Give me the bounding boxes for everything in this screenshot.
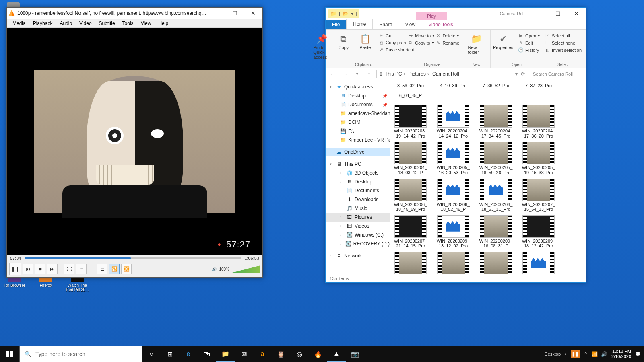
file-item[interactable]: WIN_20200206_18_52_46_P: [436, 179, 471, 212]
mute-button[interactable]: 🔊: [212, 267, 217, 272]
tab-file[interactable]: File: [326, 20, 346, 29]
nav-desktop[interactable]: ›🖥Desktop: [326, 177, 390, 186]
close-button[interactable]: ✕: [244, 8, 262, 19]
recent-locations-button[interactable]: ▾: [352, 69, 362, 79]
system-tray[interactable]: Desktop » ❚❚ ⌃ 📶 🔊 10:12 PM2/10/2020 💬: [545, 346, 644, 362]
new-folder-button[interactable]: 📁New folder: [466, 31, 487, 56]
menu-subtitle[interactable]: Subtitle: [96, 20, 118, 27]
file-item[interactable]: WIN_20200207_21_14_15_Pro: [393, 215, 428, 249]
edge-icon[interactable]: e: [179, 346, 198, 362]
tray-overflow-icon[interactable]: ⌃: [584, 351, 588, 357]
file-item[interactable]: WIN_20200205_18_59_26_Pro: [479, 142, 513, 175]
extended-settings-button[interactable]: ≡: [76, 264, 87, 274]
tab-view[interactable]: View: [398, 20, 422, 29]
invert-selection-button[interactable]: ◧Invert selection: [542, 47, 584, 53]
crumb-this-pc[interactable]: This PC: [383, 71, 407, 77]
explorer-titlebar[interactable]: 📁 | 📂 ▾ | Play Camera Roll — ☐ ✕: [326, 8, 586, 20]
edit-button[interactable]: ✎Edit: [516, 39, 543, 46]
mail-icon[interactable]: ✉: [235, 346, 253, 362]
loop-button[interactable]: 🔁: [109, 264, 120, 274]
taskbar-search[interactable]: 🔍 Type here to search: [19, 346, 142, 362]
total-duration[interactable]: 1:06:53: [244, 256, 259, 261]
search-input[interactable]: Search Camera Roll: [531, 70, 583, 78]
nav-downloads[interactable]: ›⬇Downloads: [326, 195, 390, 204]
forward-button[interactable]: →: [340, 69, 350, 79]
close-button[interactable]: ✕: [567, 8, 586, 19]
context-tab-play[interactable]: Play: [416, 12, 447, 20]
file-item[interactable]: WIN_20200210_11_15_11_P: [521, 252, 556, 274]
nav-documents[interactable]: ›📄Documents: [326, 186, 390, 195]
nav-folder[interactable]: 📁DCIM: [326, 118, 390, 127]
select-all-button[interactable]: ☑Select all: [542, 32, 584, 39]
file-item[interactable]: WIN_20200204_18_03_12_P: [393, 142, 428, 175]
taskbar[interactable]: 🔍 Type here to search ○ ⊞ e 🛍 📁 ✉ a 🦉 ◎ …: [0, 346, 644, 362]
file-item[interactable]: WIN_20200207_15_54_13_Pro: [521, 179, 556, 212]
amazon-icon[interactable]: a: [253, 346, 272, 362]
vlc-video-area[interactable]: 57:27: [7, 28, 262, 255]
menu-playback[interactable]: Playback: [30, 20, 56, 27]
file-item[interactable]: 4_10_39_Pro: [436, 82, 471, 89]
qat-folder-icon[interactable]: 📂: [342, 11, 349, 16]
toolbar-desktop-label[interactable]: Desktop: [545, 352, 561, 356]
next-button[interactable]: ⏭: [47, 264, 58, 274]
nav-folder[interactable]: 📁Kimber Lee - VR Pac: [326, 136, 390, 144]
tray-volume-icon[interactable]: 🔊: [601, 351, 607, 357]
minimize-button[interactable]: —: [530, 8, 549, 19]
tab-video-tools[interactable]: Video Tools: [422, 20, 460, 29]
cortana-button[interactable]: ○: [142, 346, 161, 362]
vlc-window[interactable]: 1080p - rememberlessfool No self, no fre…: [6, 7, 263, 278]
file-item[interactable]: WIN_20200204_17_36_20_Pro: [521, 105, 556, 138]
tripadvisor-icon[interactable]: 🦉: [272, 346, 290, 362]
file-item[interactable]: WIN_20200204_14_24_12_Pro: [436, 105, 471, 138]
copy-button[interactable]: ⧉Copy: [332, 31, 354, 61]
nav-drive-c[interactable]: ›💽Windows (C:): [326, 230, 390, 239]
app-icon[interactable]: ◎: [290, 346, 309, 362]
file-item[interactable]: 6_04_45_P: [393, 92, 428, 99]
start-button[interactable]: [0, 346, 19, 362]
shuffle-button[interactable]: 🔀: [121, 264, 132, 274]
file-item[interactable]: WIN_20200206_18_45_59_Pro: [393, 179, 428, 212]
properties-button[interactable]: ✔Properties: [491, 31, 516, 53]
delete-button[interactable]: ✕Delete▾: [433, 32, 462, 39]
file-item[interactable]: WIN_20200204_17_34_45_Pro: [479, 105, 513, 138]
file-item[interactable]: WIN_20200210_18_39_18_Pro: [479, 252, 513, 274]
menu-view[interactable]: View: [138, 20, 155, 27]
menu-help[interactable]: Help: [155, 20, 171, 27]
toolbar-chevron[interactable]: »: [565, 352, 567, 356]
file-item[interactable]: 7_36_52_Pro: [479, 82, 513, 89]
desktop[interactable]: Re... A Re... D Sh... Ne... 'sub f... To…: [0, 0, 644, 362]
menu-tools[interactable]: Tools: [119, 20, 137, 27]
nav-drive-d[interactable]: ›💽RECOVERY (D:): [326, 239, 390, 248]
menu-video[interactable]: Video: [76, 20, 95, 27]
file-item[interactable]: WIN_20200209_18_12_42_Pro: [521, 215, 556, 249]
quick-access-toolbar[interactable]: 📁 | 📂 ▾ |: [328, 9, 359, 18]
seek-bar[interactable]: [25, 257, 242, 259]
file-item[interactable]: WIN_20200205_16_20_53_Pro: [436, 142, 471, 175]
tab-share[interactable]: Share: [373, 20, 398, 29]
minimize-button[interactable]: —: [207, 8, 225, 19]
action-center-icon[interactable]: 💬: [635, 352, 641, 357]
paste-button[interactable]: 📋Paste: [354, 31, 376, 61]
camera-icon[interactable]: 📷: [346, 346, 364, 362]
maximize-button[interactable]: ☐: [549, 8, 567, 19]
tray-app-icon[interactable]: ❚❚: [571, 350, 580, 358]
nav-music[interactable]: ›🎵Music: [326, 204, 390, 213]
volume-slider[interactable]: [232, 265, 260, 273]
navigation-pane[interactable]: ▾★Quick access 🖥Desktop📌 📄Documents📌 📁am…: [326, 80, 390, 274]
nav-this-pc[interactable]: ▾🖥This PC: [326, 160, 390, 169]
nav-videos[interactable]: ›🎞Videos: [326, 222, 390, 230]
refresh-button[interactable]: ⟳: [519, 71, 526, 77]
nav-onedrive[interactable]: ›☁OneDrive: [326, 148, 390, 156]
crumb-pictures[interactable]: Pictures: [407, 71, 431, 77]
file-item[interactable]: WIN_20200209_16_08_31_P: [479, 215, 513, 249]
store-icon[interactable]: 🛍: [198, 346, 216, 362]
nav-documents[interactable]: 📄Documents📌: [326, 100, 390, 109]
nav-folder[interactable]: 📁americavr-Sheridan.: [326, 109, 390, 118]
tray-network-icon[interactable]: 📶: [591, 351, 598, 357]
crumb-camera-roll[interactable]: Camera Roll: [431, 71, 462, 77]
file-item[interactable]: 3_56_02_Pro: [393, 82, 428, 89]
select-none-button[interactable]: ☐Select none: [542, 39, 584, 46]
elapsed-time[interactable]: 57:34: [10, 256, 21, 261]
tab-home[interactable]: Home: [346, 19, 373, 29]
address-dropdown[interactable]: ▾: [514, 71, 519, 77]
